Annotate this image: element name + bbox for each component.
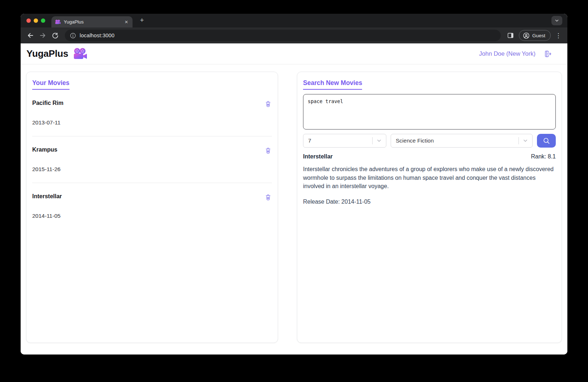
search-query-input[interactable]: space travel <box>303 94 556 130</box>
search-movies-panel: Search New Movies space travel 7 Science… <box>297 72 562 343</box>
side-panel-button[interactable] <box>505 30 516 41</box>
address-bar[interactable]: localhost:3000 <box>65 30 501 41</box>
movie-list-item: Interstellar 2014-11-05 <box>32 183 272 229</box>
tab-favicon-movie-camera-icon <box>55 20 61 25</box>
select-divider <box>518 137 519 144</box>
tab-title: YugaPlus <box>64 19 121 25</box>
rank-select-value: 7 <box>308 137 311 144</box>
browser-toolbar: localhost:3000 Guest ⋮ <box>21 27 567 43</box>
reload-icon <box>52 32 59 39</box>
magnifier-icon <box>542 137 550 145</box>
chevron-down-icon <box>554 18 559 23</box>
browser-window: YugaPlus ✕ + localhost:3000 <box>21 14 567 355</box>
rank-select[interactable]: 7 <box>303 134 386 148</box>
guest-avatar-icon <box>523 32 530 39</box>
movie-title: Pacific Rim <box>32 100 63 106</box>
new-tab-button[interactable]: + <box>137 16 147 25</box>
user-profile-link[interactable]: John Doe (New York) <box>479 50 536 57</box>
result-movie-rank: Rank: 8.1 <box>531 153 556 160</box>
search-button[interactable] <box>537 134 556 148</box>
movie-release-date: 2013-07-11 <box>32 119 272 126</box>
movie-list-item: Krampus 2015-11-26 <box>32 136 272 183</box>
side-panel-icon <box>507 32 514 39</box>
select-divider <box>372 137 373 144</box>
genre-select[interactable]: Science Fiction <box>391 134 533 148</box>
genre-select-value: Science Fiction <box>396 137 434 144</box>
reload-button[interactable] <box>50 30 60 41</box>
fullscreen-window-button[interactable] <box>41 18 45 23</box>
brand-title: YugaPlus <box>26 48 68 59</box>
movie-list-item: Pacific Rim 2013-07-11 <box>32 90 272 136</box>
movie-camera-logo-icon <box>73 48 88 60</box>
profile-label: Guest <box>532 33 545 38</box>
chevron-down-icon <box>376 137 382 144</box>
trash-icon <box>265 100 272 107</box>
search-movies-heading: Search New Movies <box>303 79 362 90</box>
logout-icon <box>543 50 552 58</box>
search-result-header: Interstellar Rank: 8.1 <box>303 153 556 160</box>
delete-movie-button[interactable] <box>264 147 272 154</box>
delete-movie-button[interactable] <box>264 193 272 201</box>
minimize-window-button[interactable] <box>34 18 38 23</box>
url-text[interactable]: localhost:3000 <box>80 33 114 38</box>
delete-movie-button[interactable] <box>264 100 272 108</box>
back-arrow-icon <box>27 32 34 39</box>
browser-menu-button[interactable]: ⋮ <box>554 30 563 41</box>
site-info-icon[interactable] <box>70 33 76 39</box>
back-button[interactable] <box>25 30 36 41</box>
movie-title: Interstellar <box>32 193 62 200</box>
tab-search-chevron-button[interactable] <box>551 16 562 25</box>
result-movie-description: Interstellar chronicles the adventures o… <box>303 165 556 191</box>
trash-icon <box>265 194 272 201</box>
result-movie-release-date: Release Date: 2014-11-05 <box>303 199 556 205</box>
close-window-button[interactable] <box>26 18 31 23</box>
chevron-down-icon <box>522 137 529 144</box>
your-movies-panel: Your Movies Pacific Rim <box>26 72 278 343</box>
close-tab-icon[interactable]: ✕ <box>124 19 129 25</box>
movie-release-date: 2014-11-05 <box>32 213 272 219</box>
forward-button[interactable] <box>37 30 48 41</box>
logout-button[interactable] <box>543 50 552 58</box>
forward-arrow-icon <box>39 32 46 39</box>
tab-strip: YugaPlus ✕ + <box>21 14 567 27</box>
result-movie-title: Interstellar <box>303 153 333 160</box>
profile-button[interactable]: Guest <box>519 30 551 41</box>
movie-release-date: 2015-11-26 <box>32 166 272 173</box>
app-header: YugaPlus John Doe (New York) <box>21 43 567 64</box>
window-controls <box>26 18 45 23</box>
trash-icon <box>265 147 272 154</box>
your-movies-heading: Your Movies <box>32 79 70 90</box>
main-content: Your Movies Pacific Rim <box>21 64 567 355</box>
yugaplus-page: YugaPlus John Doe (New York) <box>21 43 567 355</box>
movie-title: Krampus <box>32 147 57 153</box>
browser-tab[interactable]: YugaPlus ✕ <box>51 16 133 27</box>
search-controls: 7 Science Fiction <box>303 134 556 148</box>
